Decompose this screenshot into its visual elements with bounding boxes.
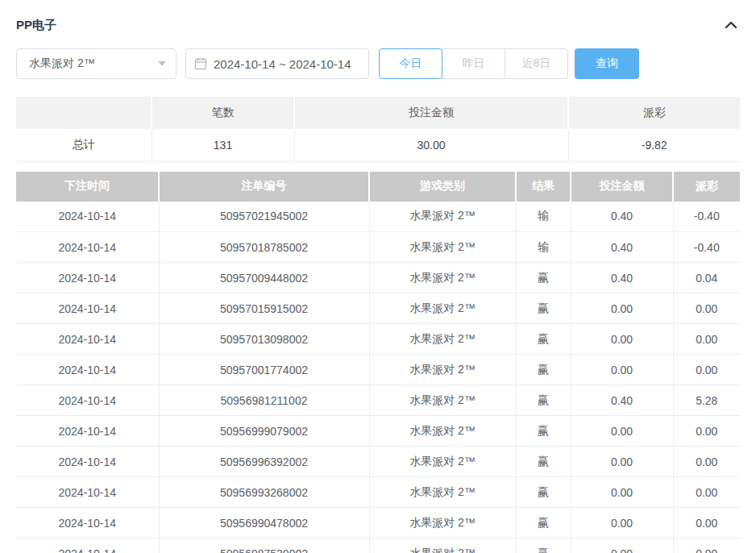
header-bet-amount: 投注金额 [571,172,673,202]
query-button[interactable]: 查询 [575,48,639,79]
cell-result: 赢 [516,293,571,324]
cell-order-no: 50957015915002 [159,293,369,324]
summary-header-count: 笔数 [152,97,294,129]
quick-button-last-8-days[interactable]: 近8日 [505,48,568,79]
cell-order-no: 50956993268002 [159,477,369,508]
quick-button-today[interactable]: 今日 [379,48,442,79]
cell-game-type: 水果派对 2™ [369,508,516,538]
date-range-input[interactable]: 2024-10-14 ~ 2024-10-14 [185,48,369,79]
quick-date-button-group: 今日 昨日 近8日 [379,48,568,79]
table-row: 2024-10-14 50957001774002 水果派对 2™ 赢 0.00… [16,355,740,385]
cell-payout: 0.00 [673,293,740,324]
cell-game-type: 水果派对 2™ [369,385,516,416]
cell-bet-amount: 0.00 [571,477,673,508]
cell-game-type: 水果派对 2™ [369,324,516,355]
cell-result: 赢 [516,385,571,416]
cell-game-type: 水果派对 2™ [369,538,516,553]
cell-payout: 0.00 [673,324,740,355]
cell-order-no: 50957001774002 [159,355,369,385]
cell-order-no: 50956996392002 [159,447,369,477]
cell-payout: 0.00 [673,477,740,508]
quick-button-yesterday[interactable]: 昨日 [442,48,505,79]
cell-bet-amount: 0.00 [571,508,673,538]
table-row: 2024-10-14 50957018785002 水果派对 2™ 输 0.40… [16,232,740,263]
cell-bet-time: 2024-10-14 [16,447,159,477]
cell-bet-amount: 0.00 [571,447,673,477]
cell-result: 赢 [516,477,571,508]
header-order-no: 注单编号 [159,172,369,202]
summary-header-row: 笔数 投注金额 派彩 [16,97,740,129]
cell-bet-amount: 0.40 [571,202,673,232]
table-row: 2024-10-14 50957009448002 水果派对 2™ 赢 0.40… [16,263,740,293]
cell-result: 赢 [516,263,571,293]
cell-bet-amount: 0.40 [571,232,673,263]
game-select[interactable]: 水果派对 2™ [16,48,177,79]
table-row: 2024-10-14 50956996392002 水果派对 2™ 赢 0.00… [16,447,740,477]
cell-payout: 0.00 [673,447,740,477]
cell-payout: 0.00 [673,355,740,385]
cell-bet-time: 2024-10-14 [16,324,159,355]
cell-payout: 0.00 [673,538,740,553]
cell-bet-time: 2024-10-14 [16,385,159,416]
cell-result: 赢 [516,508,571,538]
header-result: 结果 [516,172,571,202]
cell-result: 输 [516,202,571,232]
chevron-up-icon [725,21,737,29]
page-title: PP电子 [16,18,56,33]
cell-bet-time: 2024-10-14 [16,263,159,293]
table-row: 2024-10-14 50957015915002 水果派对 2™ 赢 0.00… [16,293,740,324]
header-game-type: 游戏类别 [369,172,516,202]
summary-header-bet-amount: 投注金额 [294,97,568,129]
summary-total-label: 总计 [16,129,152,161]
table-row: 2024-10-14 50956987530002 水果派对 2™ 赢 0.00… [16,538,740,553]
date-range-value: 2024-10-14 ~ 2024-10-14 [214,57,351,71]
collapse-panel-button[interactable] [722,16,740,34]
cell-game-type: 水果派对 2™ [369,263,516,293]
cell-order-no: 50957009448002 [159,263,369,293]
summary-total-payout: -9.82 [568,129,740,161]
cell-bet-amount: 0.00 [571,538,673,553]
table-row: 2024-10-14 50956981211002 水果派对 2™ 赢 0.40… [16,385,740,416]
table-row: 2024-10-14 50956999079002 水果派对 2™ 赢 0.00… [16,416,740,447]
cell-result: 输 [516,232,571,263]
cell-bet-amount: 0.00 [571,355,673,385]
cell-result: 赢 [516,355,571,385]
cell-game-type: 水果派对 2™ [369,293,516,324]
cell-bet-time: 2024-10-14 [16,355,159,385]
cell-bet-time: 2024-10-14 [16,477,159,508]
summary-total-row: 总计 131 30.00 -9.82 [16,129,740,161]
header-bet-time: 下注时间 [16,172,159,202]
cell-bet-amount: 0.40 [571,385,673,416]
chevron-down-icon [158,61,166,66]
cell-payout: 0.04 [673,263,740,293]
pp-electronic-panel: PP电子 水果派对 2™ 2024-10-14 ~ 2024-10-14 今日 … [0,0,756,553]
summary-total-bet: 30.00 [294,129,568,161]
cell-order-no: 50956987530002 [159,538,369,553]
cell-order-no: 50956990478002 [159,508,369,538]
filter-bar: 水果派对 2™ 2024-10-14 ~ 2024-10-14 今日 昨日 近8… [16,48,740,79]
cell-payout: -0.40 [673,202,740,232]
cell-bet-time: 2024-10-14 [16,508,159,538]
cell-game-type: 水果派对 2™ [369,477,516,508]
bets-header-row: 下注时间 注单编号 游戏类别 结果 投注金额 派彩 [16,172,740,202]
cell-result: 赢 [516,538,571,553]
cell-payout: -0.40 [673,232,740,263]
cell-result: 赢 [516,416,571,447]
cell-bet-amount: 0.40 [571,263,673,293]
cell-game-type: 水果派对 2™ [369,416,516,447]
table-row: 2024-10-14 50957021945002 水果派对 2™ 输 0.40… [16,202,740,232]
calendar-icon [194,57,207,70]
cell-payout: 5.28 [673,385,740,416]
table-row: 2024-10-14 50956990478002 水果派对 2™ 赢 0.00… [16,508,740,538]
cell-order-no: 50957021945002 [159,202,369,232]
cell-order-no: 50957013098002 [159,324,369,355]
header-payout: 派彩 [673,172,740,202]
cell-bet-amount: 0.00 [571,293,673,324]
cell-bet-time: 2024-10-14 [16,293,159,324]
cell-order-no: 50956981211002 [159,385,369,416]
cell-game-type: 水果派对 2™ [369,447,516,477]
cell-result: 赢 [516,324,571,355]
cell-bet-time: 2024-10-14 [16,416,159,447]
summary-table: 笔数 投注金额 派彩 总计 131 30.00 -9.82 [16,97,740,162]
table-row: 2024-10-14 50956993268002 水果派对 2™ 赢 0.00… [16,477,740,508]
